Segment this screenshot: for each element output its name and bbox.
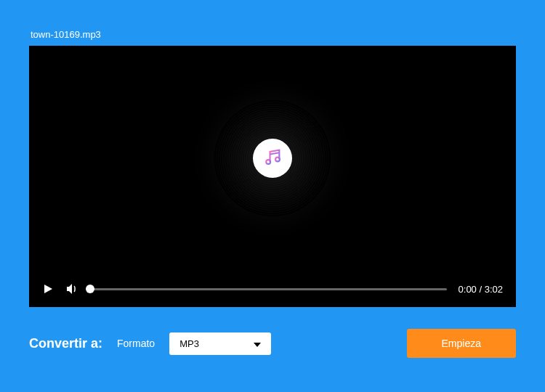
convert-bar: Convertir a: Formato MP3 Empieza	[29, 329, 516, 358]
music-note-icon	[262, 147, 283, 170]
format-select[interactable]: MP3	[169, 332, 271, 355]
filename-label: town-10169.mp3	[31, 29, 516, 40]
player-viewport	[29, 46, 516, 271]
player-controls: 0:00 / 3:02	[29, 271, 516, 307]
format-selected-value: MP3	[179, 338, 199, 349]
progress-thumb[interactable]	[86, 285, 94, 293]
time-display: 0:00 / 3:02	[459, 284, 503, 295]
start-button[interactable]: Empieza	[407, 329, 516, 358]
format-label: Formato	[117, 338, 155, 349]
vinyl-center	[253, 139, 292, 178]
vinyl-disc	[214, 100, 331, 216]
svg-point-0	[266, 160, 270, 164]
convert-label: Convertir a:	[29, 336, 102, 351]
media-player: 0:00 / 3:02	[29, 46, 516, 307]
svg-point-1	[275, 158, 280, 162]
progress-bar[interactable]	[90, 288, 447, 290]
play-icon[interactable]	[42, 283, 54, 295]
chevron-down-icon	[254, 338, 261, 349]
volume-icon[interactable]	[65, 282, 78, 295]
